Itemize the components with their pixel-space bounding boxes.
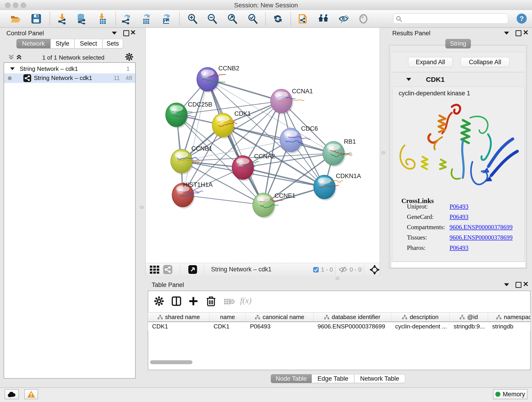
- table-options-gear-icon[interactable]: [154, 296, 164, 306]
- warning-button[interactable]: [24, 389, 38, 399]
- network-collection-row[interactable]: String Network – cdk1 1: [4, 65, 135, 74]
- open-in-window-icon[interactable]: [188, 265, 197, 274]
- network-node-CCNA1[interactable]: CCNA1: [271, 88, 313, 115]
- table-cell[interactable]: cyclin-dependent ...: [391, 322, 450, 331]
- tab-style[interactable]: Style: [51, 39, 75, 48]
- network-share-icon[interactable]: [163, 265, 172, 274]
- table-panel-menu-icon[interactable]: [504, 283, 509, 286]
- export-table-icon[interactable]: [140, 13, 152, 24]
- collapse-all-icon[interactable]: [8, 54, 15, 61]
- network-node-HIST1H1A[interactable]: HIST1H1A: [172, 181, 213, 209]
- crosslink-link[interactable]: P06493: [450, 203, 469, 210]
- control-panel-close-icon[interactable]: ✕: [130, 30, 136, 35]
- import-network-icon[interactable]: [57, 13, 68, 24]
- column-header-namespace[interactable]: namespace: [488, 313, 530, 322]
- results-panel-close-icon[interactable]: ✕: [523, 30, 529, 35]
- network-view-dot-icon: [8, 76, 12, 80]
- crosslink-link[interactable]: P06493: [450, 213, 469, 220]
- crosslink-link[interactable]: 9606.ENSP00000378699: [450, 224, 513, 231]
- network-canvas[interactable]: CCNB2CCNA1CDC25BCDK1CDC6RB1CCNB1CCNA2CDK…: [146, 28, 380, 263]
- search-field[interactable]: [393, 13, 508, 24]
- grid-view-icon[interactable]: [150, 266, 160, 274]
- column-header-canonical-name[interactable]: canonical name: [246, 313, 313, 322]
- table-cell[interactable]: CDK1: [148, 322, 209, 331]
- show-columns-icon[interactable]: [171, 296, 181, 306]
- tab-node-table[interactable]: Node Table: [271, 374, 312, 383]
- control-panel-menu-icon[interactable]: [112, 32, 117, 35]
- network-node-CDC25B[interactable]: CDC25B: [166, 101, 212, 128]
- results-hscrollbar[interactable]: [391, 262, 526, 268]
- selected-checkbox-icon[interactable]: [313, 267, 319, 273]
- table-panel-float-icon[interactable]: [515, 282, 521, 288]
- right-splitter-handle[interactable]: [381, 151, 385, 154]
- refresh-icon[interactable]: [272, 13, 283, 24]
- share-session-file-icon[interactable]: [298, 13, 308, 24]
- column-header-database-identifier[interactable]: database identifier: [313, 313, 391, 322]
- collection-expand-icon[interactable]: [10, 67, 15, 70]
- table-hscrollbar[interactable]: [150, 360, 192, 364]
- column-header-description[interactable]: description: [391, 313, 450, 322]
- network-node-CDC6[interactable]: CDC6: [280, 125, 318, 153]
- save-session-icon[interactable]: [31, 13, 42, 24]
- network-options-gear-icon[interactable]: [125, 53, 133, 61]
- tab-network[interactable]: Network: [17, 39, 51, 48]
- hidden-eye-slash-icon[interactable]: [339, 266, 347, 273]
- network-row-selected[interactable]: String Network – cdk1 11 48: [4, 73, 135, 83]
- cdk1-section-title: CDK1: [426, 76, 445, 83]
- node-label-CCNA1: CCNA1: [292, 88, 313, 95]
- control-panel-float-icon[interactable]: [123, 30, 129, 36]
- crosslink-link[interactable]: 9606.ENSP00000378699: [450, 234, 513, 241]
- import-network-from-database-icon[interactable]: [76, 13, 87, 24]
- hide-glass-eye-icon[interactable]: [338, 13, 349, 24]
- cdk1-section-expand-icon[interactable]: [406, 78, 411, 81]
- tab-network-table[interactable]: Network Table: [354, 374, 405, 383]
- expand-all-icon[interactable]: [16, 54, 22, 61]
- table-cell[interactable]: stringdb:9...: [450, 322, 488, 331]
- table-cell[interactable]: 9606.ENSP00000378699: [313, 322, 391, 331]
- table-cell[interactable]: CDK1: [209, 322, 246, 331]
- show-glass-eye-icon[interactable]: [358, 13, 369, 24]
- network-node-CCNE1[interactable]: CCNE1: [253, 192, 296, 218]
- results-panel-float-icon[interactable]: [515, 30, 521, 36]
- table-cell[interactable]: P06493: [246, 322, 313, 331]
- network-graph[interactable]: CCNB2CCNA1CDC25BCDK1CDC6RB1CCNB1CCNA2CDK…: [146, 28, 380, 262]
- zoom-fit-icon[interactable]: [227, 13, 238, 24]
- table-row[interactable]: CDK1CDK1P064939606.ENSP00000378699cyclin…: [148, 322, 530, 331]
- cloud-button[interactable]: [5, 389, 19, 399]
- network-edge-count: 48: [126, 75, 132, 82]
- column-header--id[interactable]: @id: [450, 313, 488, 322]
- bottom-splitter-handle[interactable]: [336, 277, 340, 280]
- open-session-icon[interactable]: [10, 13, 21, 24]
- memory-button[interactable]: Memory: [493, 389, 527, 399]
- zoom-out-icon[interactable]: [207, 13, 218, 24]
- zoom-selected-icon[interactable]: [247, 13, 258, 24]
- tab-edge-table[interactable]: Edge Table: [312, 374, 354, 383]
- export-image-icon[interactable]: [160, 13, 171, 24]
- collapse-all-button[interactable]: Collapse All: [461, 57, 510, 67]
- node-label-CCNB1: CCNB1: [191, 145, 212, 152]
- export-network-icon[interactable]: [120, 13, 131, 24]
- search-input[interactable]: [404, 15, 506, 22]
- results-panel-menu-icon[interactable]: [504, 32, 509, 35]
- column-header-shared-name[interactable]: shared name: [148, 313, 209, 322]
- crosslink-link[interactable]: P06493: [450, 244, 469, 251]
- tab-sets[interactable]: Sets: [102, 39, 123, 48]
- table-panel-close-icon[interactable]: ✕: [523, 281, 529, 287]
- delete-column-trash-icon[interactable]: [206, 296, 216, 306]
- network-node-RB1[interactable]: RB1: [323, 138, 356, 167]
- table-cell[interactable]: stringdb: [488, 322, 530, 331]
- crosslink-label: Compartments:: [407, 224, 445, 231]
- network-node-CDKN1A[interactable]: CDKN1A: [314, 172, 361, 201]
- column-header-name[interactable]: name: [209, 313, 246, 322]
- import-table-icon[interactable]: [97, 13, 108, 24]
- tab-select[interactable]: Select: [75, 39, 102, 48]
- add-column-icon[interactable]: [188, 296, 198, 306]
- expand-all-button[interactable]: Expand All: [408, 57, 453, 67]
- network-node-CDK1[interactable]: CDK1: [212, 110, 251, 139]
- tab-string[interactable]: String: [445, 39, 471, 48]
- help-icon[interactable]: ?: [516, 13, 527, 24]
- home-networks-icon[interactable]: [318, 13, 329, 24]
- left-splitter-handle[interactable]: [140, 206, 144, 209]
- birds-eye-crosshair-icon[interactable]: [370, 265, 380, 275]
- zoom-in-icon[interactable]: [187, 13, 198, 24]
